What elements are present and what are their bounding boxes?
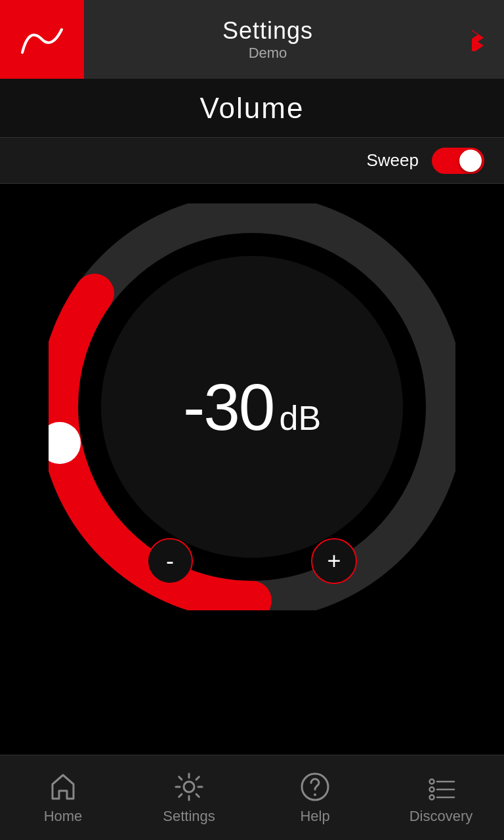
header-center: Settings Demo (84, 17, 452, 62)
svg-point-8 (430, 787, 434, 791)
nav-label-settings: Settings (163, 808, 215, 825)
discovery-icon (425, 771, 457, 803)
brand-logo (16, 20, 68, 59)
svg-point-10 (430, 795, 434, 799)
app-header: Settings Demo (0, 0, 504, 79)
sweep-toggle-knob (459, 150, 482, 172)
db-unit: dB (279, 398, 321, 438)
decrease-button[interactable]: - (147, 538, 193, 584)
nav-label-discovery: Discovery (410, 808, 473, 825)
page-title: Settings (222, 17, 313, 45)
svg-point-5 (314, 793, 316, 796)
nav-label-home: Home (44, 808, 83, 825)
svg-point-6 (430, 779, 434, 784)
knob-area[interactable]: -30 dB - + (0, 184, 504, 630)
increase-button[interactable]: + (311, 538, 357, 584)
volume-title-section: Volume (0, 79, 504, 138)
bottom-navigation: Home Settings Help Discovery (0, 755, 504, 840)
logo-box (0, 0, 84, 79)
nav-label-help: Help (300, 808, 329, 825)
bluetooth-button[interactable] (452, 22, 504, 57)
page-subtitle: Demo (249, 45, 287, 62)
bluetooth-icon (466, 22, 490, 57)
settings-icon (173, 771, 205, 803)
db-value: -30 (183, 369, 274, 445)
sweep-toggle[interactable] (432, 148, 484, 174)
nav-item-help[interactable]: Help (252, 755, 378, 840)
plus-icon: + (327, 547, 341, 575)
help-icon (299, 771, 331, 803)
volume-knob[interactable]: -30 dB - + (49, 203, 455, 610)
home-icon (47, 771, 79, 803)
volume-title: Volume (200, 92, 304, 125)
sweep-row: Sweep (0, 138, 504, 184)
minus-icon: - (166, 547, 174, 575)
nav-item-settings[interactable]: Settings (126, 755, 252, 840)
svg-point-3 (184, 782, 194, 792)
knob-value-display: -30 dB (183, 369, 321, 445)
nav-item-discovery[interactable]: Discovery (378, 755, 504, 840)
sweep-label: Sweep (367, 150, 419, 171)
nav-item-home[interactable]: Home (0, 755, 126, 840)
